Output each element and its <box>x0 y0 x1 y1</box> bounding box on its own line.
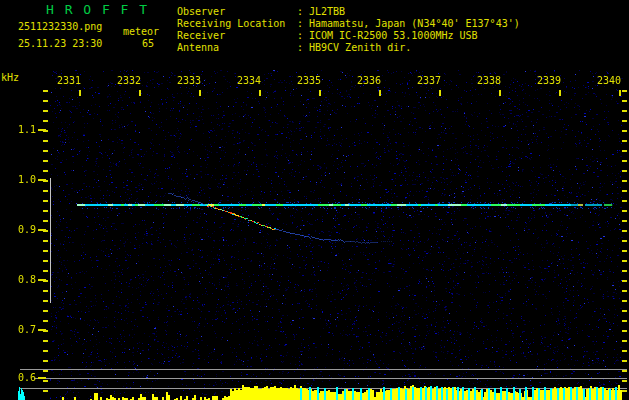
freq-minor-tick-right <box>622 380 627 382</box>
info-value: JL2TBB <box>309 6 345 17</box>
info-label: Observer <box>177 6 297 17</box>
freq-minor-tick-left <box>43 150 48 152</box>
info-separator: : <box>297 42 309 53</box>
freq-axis-dash <box>38 377 46 379</box>
freq-minor-tick-right <box>622 240 627 242</box>
freq-minor-tick-right <box>622 180 627 182</box>
freq-minor-tick-left <box>43 120 48 122</box>
freq-minor-tick-left <box>43 130 48 132</box>
freq-minor-tick-right <box>622 270 627 272</box>
time-axis-label: 2332 <box>117 75 141 86</box>
info-row-observer: Observer : JL2TBB <box>177 6 345 17</box>
time-axis-tick <box>139 90 141 96</box>
freq-minor-tick-left <box>43 360 48 362</box>
freq-minor-tick-left <box>43 200 48 202</box>
freq-minor-tick-right <box>622 330 627 332</box>
freq-minor-tick-left <box>43 280 48 282</box>
time-axis-label: 2339 <box>537 75 561 86</box>
info-row-location: Receiving Location : Hamamatsu, Japan (N… <box>177 18 520 29</box>
freq-minor-tick-left <box>43 230 48 232</box>
time-axis-tick <box>259 90 261 96</box>
info-label: Receiver <box>177 30 297 41</box>
time-axis-label: 2335 <box>297 75 321 86</box>
freq-minor-tick-left <box>43 290 48 292</box>
freq-minor-tick-left <box>43 270 48 272</box>
time-axis-tick <box>619 90 621 96</box>
freq-minor-tick-left <box>43 300 48 302</box>
time-axis-tick <box>319 90 321 96</box>
info-separator: : <box>297 18 309 29</box>
freq-minor-tick-right <box>622 250 627 252</box>
freq-minor-tick-left <box>43 160 48 162</box>
time-axis-tick <box>379 90 381 96</box>
freq-minor-tick-right <box>622 260 627 262</box>
info-value: HB9CV Zenith dir. <box>309 42 411 53</box>
freq-minor-tick-right <box>622 160 627 162</box>
freq-minor-tick-left <box>43 390 48 392</box>
freq-minor-tick-left <box>43 170 48 172</box>
freq-minor-tick-right <box>622 290 627 292</box>
datetime-label: 25.11.23 23:30 <box>18 38 102 49</box>
freq-minor-tick-right <box>622 210 627 212</box>
freq-minor-tick-right <box>622 90 627 92</box>
freq-minor-tick-left <box>43 100 48 102</box>
freq-minor-tick-right <box>622 170 627 172</box>
freq-axis-label: 1.1 <box>6 124 36 135</box>
freq-minor-tick-right <box>622 110 627 112</box>
freq-minor-tick-right <box>622 100 627 102</box>
time-axis-tick <box>79 90 81 96</box>
mode-label: meteor <box>123 26 159 37</box>
info-row-receiver: Receiver : ICOM IC-R2500 53.1000MHz USB <box>177 30 478 41</box>
freq-minor-tick-right <box>622 370 627 372</box>
info-value: Hamamatsu, Japan (N34°40' E137°43') <box>309 18 520 29</box>
time-axis-label: 2338 <box>477 75 501 86</box>
time-axis-tick <box>439 90 441 96</box>
freq-minor-tick-right <box>622 340 627 342</box>
freq-minor-tick-left <box>43 140 48 142</box>
freq-minor-tick-left <box>43 310 48 312</box>
time-axis-label: 2337 <box>417 75 441 86</box>
hrofft-screen: H R O F F T 2511232330.png meteor 25.11.… <box>0 0 629 400</box>
freq-minor-tick-right <box>622 320 627 322</box>
freq-minor-tick-left <box>43 90 48 92</box>
freq-minor-tick-right <box>622 310 627 312</box>
info-row-antenna: Antenna : HB9CV Zenith dir. <box>177 42 411 53</box>
time-axis-tick <box>559 90 561 96</box>
freq-minor-tick-right <box>622 300 627 302</box>
freq-minor-tick-right <box>622 120 627 122</box>
freq-minor-tick-right <box>622 130 627 132</box>
time-axis-label: 2334 <box>237 75 261 86</box>
time-axis-tick <box>199 90 201 96</box>
freq-axis-label: 0.6 <box>6 372 36 383</box>
freq-minor-tick-right <box>622 230 627 232</box>
freq-minor-tick-right <box>622 350 627 352</box>
freq-minor-tick-left <box>43 320 48 322</box>
info-label: Receiving Location <box>177 18 297 29</box>
spectrogram-canvas <box>18 68 629 400</box>
freq-axis-label: 0.7 <box>6 324 36 335</box>
freq-unit-label: kHz <box>1 72 19 83</box>
info-value: ICOM IC-R2500 53.1000MHz USB <box>309 30 478 41</box>
app-title: H R O F F T <box>46 2 149 17</box>
freq-minor-tick-right <box>622 190 627 192</box>
freq-minor-tick-left <box>43 190 48 192</box>
freq-minor-tick-left <box>43 180 48 182</box>
freq-minor-tick-right <box>622 390 627 392</box>
freq-minor-tick-left <box>43 380 48 382</box>
time-axis-label: 2336 <box>357 75 381 86</box>
time-axis-label: 2331 <box>57 75 81 86</box>
freq-axis-label: 1.0 <box>6 174 36 185</box>
freq-minor-tick-left <box>43 210 48 212</box>
freq-minor-tick-left <box>43 350 48 352</box>
freq-minor-tick-left <box>43 340 48 342</box>
freq-minor-tick-right <box>622 360 627 362</box>
echo-count: 65 <box>142 38 154 49</box>
freq-minor-tick-right <box>622 220 627 222</box>
freq-minor-tick-left <box>43 370 48 372</box>
info-label: Antenna <box>177 42 297 53</box>
freq-minor-tick-right <box>622 140 627 142</box>
time-axis-label: 2333 <box>177 75 201 86</box>
freq-minor-tick-right <box>622 280 627 282</box>
time-axis-label: 2340 <box>597 75 621 86</box>
freq-minor-tick-left <box>43 330 48 332</box>
